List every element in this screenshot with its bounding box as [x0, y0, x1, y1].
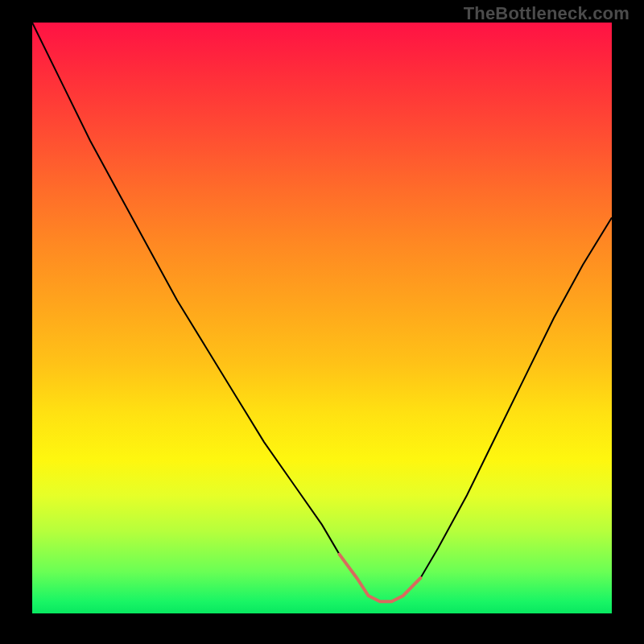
chart-svg	[32, 23, 612, 613]
chart-frame: TheBottleneck.com	[0, 0, 644, 644]
watermark-text: TheBottleneck.com	[464, 3, 630, 24]
optimal-range-marker	[340, 555, 421, 602]
plot-area	[32, 23, 612, 613]
bottleneck-curve	[32, 23, 612, 601]
